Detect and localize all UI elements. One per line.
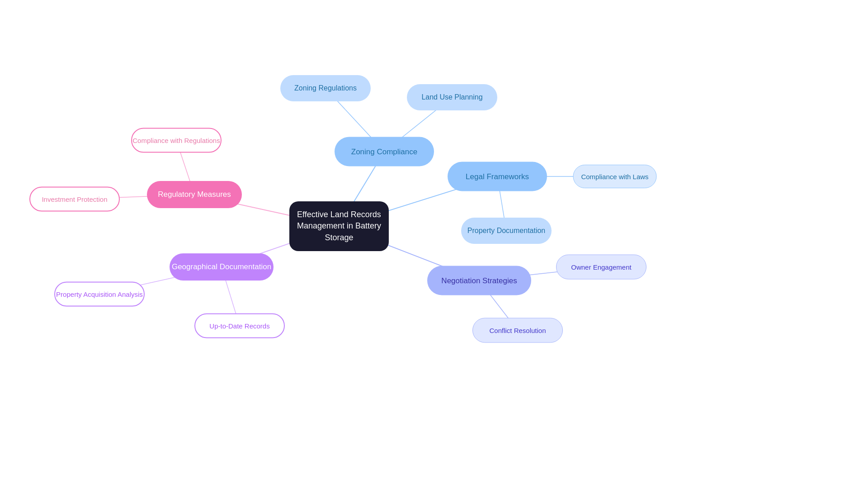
regulatory-measures-node[interactable]: Regulatory Measures <box>147 181 242 208</box>
geographical-documentation-node[interactable]: Geographical Documentation <box>170 253 274 281</box>
owner-engagement-label: Owner Engagement <box>571 263 631 271</box>
conflict-resolution-label: Conflict Resolution <box>489 327 546 334</box>
owner-engagement-node[interactable]: Owner Engagement <box>556 255 646 280</box>
up-to-date-records-label: Up-to-Date Records <box>209 322 269 330</box>
up-to-date-records-node[interactable]: Up-to-Date Records <box>194 314 285 338</box>
negotiation-strategies-node[interactable]: Negotiation Strategies <box>427 266 531 295</box>
legal-frameworks-label: Legal Frameworks <box>466 172 529 181</box>
land-use-planning-label: Land Use Planning <box>421 93 482 101</box>
conflict-resolution-node[interactable]: Conflict Resolution <box>472 318 563 343</box>
zoning-compliance-label: Zoning Compliance <box>351 147 417 156</box>
compliance-laws-label: Compliance with Laws <box>581 173 648 181</box>
geographical-documentation-label: Geographical Documentation <box>172 262 271 271</box>
property-documentation-node[interactable]: Property Documentation <box>461 218 552 244</box>
investment-protection-node[interactable]: Investment Protection <box>29 187 120 212</box>
center-node[interactable]: Effective Land Records Management in Bat… <box>289 201 389 251</box>
zoning-regulations-label: Zoning Regulations <box>294 84 357 92</box>
compliance-with-laws-node[interactable]: Compliance with Laws <box>573 165 657 188</box>
property-acquisition-analysis-node[interactable]: Property Acquisition Analysis <box>54 282 145 307</box>
negotiation-strategies-label: Negotiation Strategies <box>441 276 517 285</box>
compliance-regulations-label: Compliance with Regulations <box>132 137 220 144</box>
property-documentation-label: Property Documentation <box>467 227 546 235</box>
zoning-regulations-node[interactable]: Zoning Regulations <box>280 75 371 101</box>
investment-protection-label: Investment Protection <box>42 195 107 203</box>
land-use-planning-node[interactable]: Land Use Planning <box>407 84 497 110</box>
regulatory-measures-label: Regulatory Measures <box>158 190 231 199</box>
zoning-compliance-node[interactable]: Zoning Compliance <box>335 137 434 167</box>
compliance-with-regulations-node[interactable]: Compliance with Regulations <box>131 128 222 153</box>
legal-frameworks-node[interactable]: Legal Frameworks <box>448 162 547 191</box>
property-acquisition-label: Property Acquisition Analysis <box>56 290 143 298</box>
